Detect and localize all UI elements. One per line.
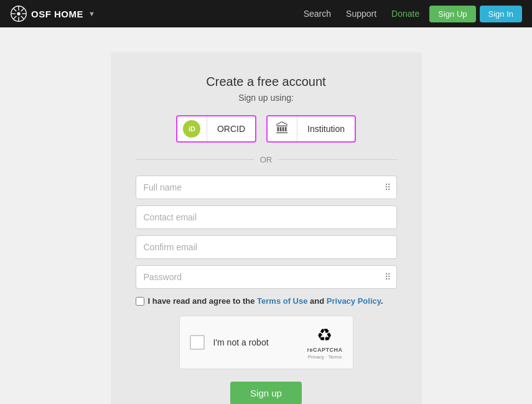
confirm-email-input[interactable]	[136, 235, 397, 259]
svg-line-9	[14, 16, 17, 19]
institution-icon: 🏛	[276, 121, 289, 137]
nav-logo-chevron: ▼	[88, 10, 95, 17]
recaptcha-logo-icon: ♻	[317, 325, 332, 345]
terms-row: I have read and agree to the Terms of Us…	[136, 296, 397, 306]
email-input[interactable]	[136, 205, 397, 229]
orcid-icon: iD	[183, 120, 200, 138]
recaptcha-box: I'm not a robot ♻ reCAPTCHA Privacy · Te…	[179, 316, 353, 369]
email-group	[136, 205, 397, 229]
password-input[interactable]	[136, 265, 397, 289]
page-body: Create a free account Sign up using: iD …	[0, 27, 532, 404]
terms-suffix: .	[381, 296, 383, 306]
orcid-button-label: ORCID	[207, 124, 255, 134]
terms-checkbox[interactable]	[136, 297, 144, 306]
navbar: OSF HOME ▼ Search Support Donate Sign Up…	[0, 0, 532, 27]
nav-signup-button[interactable]: Sign Up	[429, 6, 475, 22]
svg-line-6	[14, 9, 17, 12]
password-icon: ⠿	[385, 272, 391, 282]
recaptcha-label: I'm not a robot	[213, 337, 269, 347]
card-subtitle: Sign up using:	[136, 93, 397, 103]
confirm-email-group	[136, 235, 397, 259]
or-text: OR	[260, 155, 273, 164]
nav-signin-button[interactable]: Sign In	[480, 6, 522, 22]
or-line-left	[136, 159, 254, 160]
nav-search-link[interactable]: Search	[304, 9, 331, 19]
signup-card: Create a free account Sign up using: iD …	[111, 52, 422, 404]
nav-links: Search Support Donate	[304, 9, 420, 19]
orcid-button[interactable]: iD ORCID	[176, 115, 256, 143]
terms-prefix: I have read and agree to the	[148, 296, 258, 306]
password-group: ⠿	[136, 265, 397, 289]
fullname-group: ⠿	[136, 176, 397, 199]
recaptcha-right: ♻ reCAPTCHA Privacy · Terms	[307, 325, 342, 360]
nav-donate-link[interactable]: Donate	[391, 9, 419, 19]
terms-bold-prefix: I have read and agree to the Terms of Us…	[148, 296, 383, 306]
nav-logo[interactable]: OSF HOME ▼	[10, 5, 95, 22]
recaptcha-checkbox[interactable]	[190, 335, 205, 350]
privacy-policy-link[interactable]: Privacy Policy	[327, 296, 381, 306]
or-line-right	[278, 159, 396, 160]
orcid-icon-wrapper: iD	[177, 116, 207, 141]
terms-text: I have read and agree to the Terms of Us…	[148, 296, 383, 306]
institution-button-label: Institution	[297, 124, 355, 134]
nav-logo-text: OSF HOME	[31, 9, 83, 19]
institution-button[interactable]: 🏛 Institution	[266, 115, 356, 143]
signup-submit-button[interactable]: Sign up	[230, 382, 302, 404]
terms-of-use-link[interactable]: Terms of Use	[257, 296, 307, 306]
svg-line-8	[21, 9, 24, 12]
sso-buttons: iD ORCID 🏛 Institution	[136, 115, 397, 143]
recaptcha-links: Privacy · Terms	[308, 354, 342, 360]
nav-support-link[interactable]: Support	[346, 9, 376, 19]
card-title: Create a free account	[136, 75, 397, 89]
osf-logo-icon	[10, 5, 27, 22]
or-divider: OR	[136, 155, 397, 164]
svg-point-1	[17, 12, 20, 15]
recaptcha-left: I'm not a robot	[190, 335, 269, 350]
fullname-input[interactable]	[136, 176, 397, 199]
fullname-icon: ⠿	[385, 182, 391, 192]
svg-line-7	[21, 16, 24, 19]
institution-icon-wrapper: 🏛	[268, 116, 297, 141]
terms-and: and	[307, 296, 326, 306]
recaptcha-brand: reCAPTCHA	[307, 347, 342, 353]
